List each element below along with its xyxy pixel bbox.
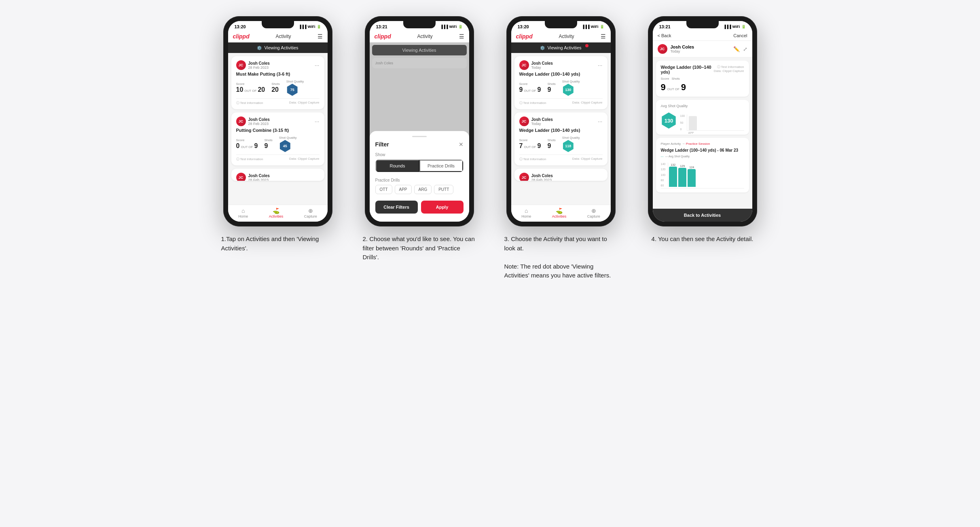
card-header-3-3: JC Josh Coles 28 Feb 2023 [519,173,603,181]
nav-home-1[interactable]: ⌂ Home [238,207,248,218]
step-2-description: 2. Choose what you'd like to see. You ca… [363,235,476,262]
card-date-1-2: 28 Feb 2023 [248,122,270,126]
avatar-3-1: JC [519,60,529,70]
activities-list-3: JC Josh Coles Today ··· Wedge Ladder (10… [511,53,611,205]
card-name-1-1: Josh Coles [248,61,270,66]
viewing-banner-1[interactable]: ⚙️ Viewing Activities [228,42,328,53]
stat-of-1-2: OUT OF [241,145,253,149]
filter-close-icon[interactable]: ✕ [459,141,464,148]
hamburger-icon-2[interactable]: ☰ [459,33,464,40]
phone-3: 13:20 ▐▐▐ WiFi 🔋 clippd Activity ☰ ⚙️ [506,16,616,226]
card-user-info-3-1: Josh Coles Today [531,61,553,70]
card-user-info-3-3: Josh Coles 28 Feb 2023 [531,174,553,181]
hamburger-icon-3[interactable]: ☰ [601,33,606,40]
bar-body-1 [669,167,677,187]
viewing-banner-3[interactable]: ⚙️ Viewing Activities [511,42,611,53]
chip-app[interactable]: APP [395,185,412,194]
card-footer-1-1: ⓘ Test Information Data: Clippd Capture [236,98,320,105]
capture-icon-1: ⊕ [308,207,313,214]
stat-shots-group-3-2: Shots 9 [547,138,555,150]
banner-icon-1: ⚙️ [257,46,262,50]
nav-activities-1[interactable]: ⛳ Activities [269,207,284,218]
home-icon-3: ⌂ [525,207,528,214]
phone-notch-4 [686,21,719,28]
activity-card-3-3[interactable]: JC Josh Coles 28 Feb 2023 [514,169,607,181]
battery-icon: 🔋 [317,25,321,29]
banner-label-2: Viewing Activities [402,48,436,53]
filter-rounds-btn[interactable]: Rounds [376,160,419,172]
cancel-btn[interactable]: Cancel [733,33,747,38]
avatar-3-3: JC [519,173,529,181]
card-menu-3-1[interactable]: ··· [598,62,603,68]
apply-btn[interactable]: Apply [421,201,464,214]
detail-drill-title: Wedge Ladder (100–140 yds) [661,65,714,74]
bg-card-partial: Josh Coles [372,58,467,68]
stat-score-label-3-2: Score [519,138,541,142]
chip-putt[interactable]: PUTT [434,185,453,194]
filter-modal: Filter ✕ Show Rounds Practice Drills Pra… [370,131,469,222]
stat-score-label-1-1: Score [236,82,265,86]
nav-home-3[interactable]: ⌂ Home [521,207,531,218]
card-name-3-3: Josh Coles [531,174,553,178]
bar-y-80: 80 [661,179,666,182]
phone-notch-1 [262,21,294,28]
expand-icon[interactable]: ⤢ [743,46,747,52]
detail-action-icons: ✏️ ⤢ [733,46,747,52]
back-btn[interactable]: < Back [658,33,671,38]
filter-actions: Clear Filters Apply [375,201,464,214]
stat-quality-label-1-2: Shot Quality [279,136,297,140]
bottom-nav-3: ⌂ Home ⛳ Activities ⊕ Capture [511,205,611,222]
status-icons-2: ▐▐▐ WiFi 🔋 [440,25,462,29]
card-title-1-1: Must Make Putting (3-6 ft) [236,72,320,76]
bar-wrap-2: 129 [678,165,686,187]
card-menu-1-1[interactable]: ··· [315,62,320,68]
card-user-1-2: JC Josh Coles 28 Feb 2023 [236,116,270,126]
edit-icon[interactable]: ✏️ [733,46,740,52]
filter-practice-btn[interactable]: Practice Drills [419,160,463,172]
nav-activities-3[interactable]: ⛳ Activities [552,207,567,218]
nav-capture-1[interactable]: ⊕ Capture [304,207,317,218]
nav-capture-3[interactable]: ⊕ Capture [587,207,600,218]
step-2-text: 2. Choose what you'd like to see. You ca… [363,235,476,262]
stat-shots-val-3-2: 9 [547,142,555,150]
avg-quality-row: 130 100 50 0 [661,110,744,131]
app-header-3: clippd Activity ☰ [511,31,611,42]
activity-card-1-3[interactable]: JC Josh Coles 28 Feb 2023 [231,169,324,181]
activity-card-1-1[interactable]: JC Josh Coles 28 Feb 2023 ··· Must Make … [231,56,324,109]
hamburger-icon-1[interactable]: ☰ [317,33,323,40]
detail-content: Wedge Ladder (100–140 yds) Score Shots 9… [653,57,752,209]
hexagon-3-2: 118 [562,140,574,152]
signal-icon-3: ▐▐▐ [582,25,589,29]
chip-ott[interactable]: OTT [375,185,392,194]
stat-score-big-3-2: 7 [519,142,523,150]
app-header-2: clippd Activity ☰ [370,31,469,42]
card-info-3-1: ⓘ Test Information [519,101,546,105]
clear-filters-btn[interactable]: Clear Filters [375,201,418,214]
card-menu-1-2[interactable]: ··· [315,118,320,125]
app-logo-3: clippd [516,33,533,40]
detail-shots-label: Shots [671,77,679,80]
stat-shots-group-1-2: Shots 9 [264,138,272,150]
card-menu-3-2[interactable]: ··· [598,118,603,125]
back-to-activities-btn[interactable]: Back to Activities [653,209,752,222]
card-header-3-2: JC Josh Coles Today ··· [519,116,603,126]
card-title-1-2: Putting Combine (3-15 ft) [236,128,320,133]
activity-card-3-2[interactable]: JC Josh Coles Today ··· Wedge Ladder (10… [514,112,607,165]
stat-score-val-1-1: 10 OUT OF 20 [236,86,265,93]
stat-outof-1-2: 9 [254,142,258,150]
stat-shots-group-1-1: Shots 20 [271,82,279,93]
card-title-3-2: Wedge Ladder (100–140 yds) [519,128,603,133]
chip-arg[interactable]: ARG [414,185,432,194]
activity-card-3-1[interactable]: JC Josh Coles Today ··· Wedge Ladder (10… [514,56,607,109]
capture-icon-3: ⊕ [591,207,596,214]
phone-notch-3 [545,21,577,28]
card-user-info-1-3: Josh Coles 28 Feb 2023 [248,174,270,181]
nav-home-label-1: Home [238,214,248,218]
stat-shots-val-1-1: 20 [271,86,279,93]
activity-card-1-2[interactable]: JC Josh Coles 28 Feb 2023 ··· Putting Co… [231,112,324,165]
avatar-3-2: JC [519,116,529,126]
battery-icon-4: 🔋 [741,25,746,29]
wifi-icon-2: WiFi [449,25,457,29]
card-user-info-3-2: Josh Coles Today [531,117,553,126]
filter-practice-label: Practice Drills [375,178,464,182]
